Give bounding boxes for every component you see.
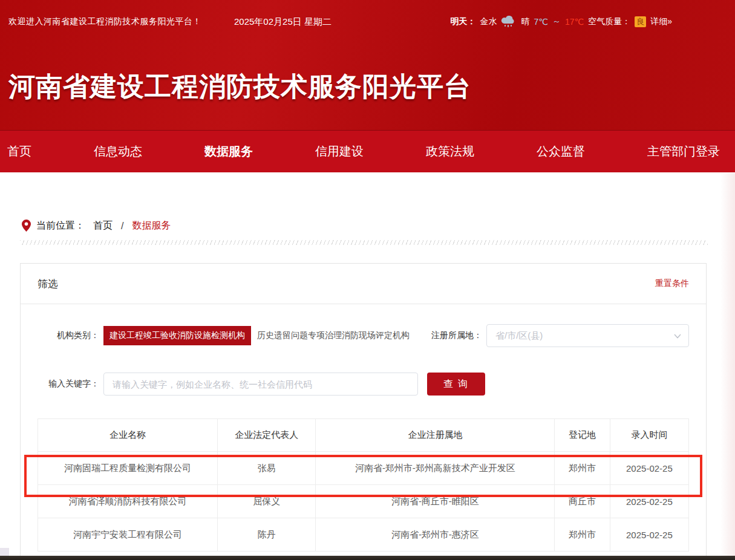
air-quality-badge: 良 (635, 16, 646, 27)
weather-detail-link[interactable]: 详细» (650, 16, 672, 27)
nav-item-credit[interactable]: 信用建设 (315, 143, 364, 160)
keyword-filter-row: 输入关键字： 查 询 (38, 373, 689, 396)
category-filter-row: 机构类别： 建设工程竣工验收消防设施检测机构 历史遗留问题专项治理消防现场评定机… (38, 324, 689, 347)
temp-high: 17℃ (565, 17, 584, 27)
nav-item-news[interactable]: 信息动态 (94, 143, 142, 160)
breadcrumb-separator: / (121, 221, 123, 232)
cell-registration-place: 郑州市 (555, 518, 610, 552)
keyword-label: 输入关键字： (38, 379, 99, 389)
cell-registered-region: 河南省-郑州市-惠济区 (316, 518, 555, 552)
search-button[interactable]: 查 询 (427, 373, 485, 396)
cell-entry-date: 2025-02-25 (610, 485, 688, 518)
weather-label: 明天： (450, 16, 475, 27)
nav-item-policy[interactable]: 政策法规 (426, 143, 474, 160)
weather-widget: 明天： 金水 晴 7℃ ～ 17℃ 空气质量： 良 详细» (450, 16, 672, 28)
welcome-text: 欢迎进入河南省建设工程消防技术服务阳光平台！ (8, 16, 201, 27)
table-row[interactable]: 河南固瑞工程质量检测有限公司 张易 河南省-郑州市-郑州高新技术产业开发区 郑州… (38, 452, 689, 485)
table-row[interactable]: 河南省泽顺消防科技有限公司 屈保义 河南省-商丘市-睢阳区 商丘市 2025-0… (38, 485, 689, 518)
breadcrumb: 当前位置： 首页 / 数据服务 (22, 220, 735, 232)
temp-separator: ～ (552, 16, 561, 27)
date-text: 2025年02月25日 星期二 (234, 16, 332, 28)
category-option-assessment-agency[interactable]: 历史遗留问题专项治理消防现场评定机构 (257, 330, 410, 341)
filter-panel: 筛选 重置条件 机构类别： 建设工程竣工验收消防设施检测机构 历史遗留问题专项治… (20, 263, 707, 560)
nav-item-admin-login[interactable]: 主管部门登录 (647, 143, 720, 160)
cell-entry-date: 2025-02-25 (610, 518, 688, 552)
region-filter-group: 注册所属地： 省/市/区(县) (420, 324, 689, 347)
cell-registration-place: 商丘市 (555, 485, 610, 518)
site-title: 河南省建设工程消防技术服务阳光平台 (8, 69, 471, 105)
cell-registration-place: 郑州市 (555, 452, 610, 485)
nav-item-supervision[interactable]: 公众监督 (537, 143, 585, 160)
table-row[interactable]: 河南宇宁安装工程有限公司 陈丹 河南省-郑州市-惠济区 郑州市 2025-02-… (38, 518, 689, 552)
page: 欢迎进入河南省建设工程消防技术服务阳光平台！ 2025年02月25日 星期二 明… (0, 0, 735, 560)
location-pin-icon (22, 220, 31, 232)
cell-registered-region: 河南省-郑州市-郑州高新技术产业开发区 (316, 452, 555, 485)
weather-condition: 晴 (521, 16, 529, 27)
filter-panel-body: 机构类别： 建设工程竣工验收消防设施检测机构 历史遗留问题专项治理消防现场评定机… (21, 304, 706, 560)
main-nav: 首页 信息动态 数据服务 信用建设 政策法规 公众监督 主管部门登录 (0, 130, 735, 172)
cell-legal-rep: 张易 (217, 452, 315, 485)
filter-panel-header: 筛选 重置条件 (21, 264, 706, 304)
top-bar: 欢迎进入河南省建设工程消防技术服务阳光平台！ 2025年02月25日 星期二 明… (0, 0, 735, 44)
keyword-input[interactable] (103, 373, 418, 396)
slash-divider (20, 240, 708, 245)
cell-company: 河南固瑞工程质量检测有限公司 (38, 452, 218, 485)
column-header-registered-region: 企业注册属地 (316, 419, 555, 452)
breadcrumb-current: 数据服务 (132, 220, 171, 232)
cell-company: 河南宇宁安装工程有限公司 (38, 518, 218, 552)
region-select[interactable]: 省/市/区(县) (486, 324, 689, 347)
results-table: 企业名称 企业法定代表人 企业注册属地 登记地 录入时间 河南固瑞工程质量检测有… (38, 418, 689, 552)
temp-low: 7℃ (534, 17, 548, 27)
air-quality-label: 空气质量： (588, 16, 630, 27)
category-label: 机构类别： (38, 330, 99, 341)
column-header-company: 企业名称 (38, 419, 218, 452)
breadcrumb-label: 当前位置： (36, 220, 85, 232)
cell-registered-region: 河南省-商丘市-睢阳区 (316, 485, 555, 518)
weather-cloud-icon (501, 16, 517, 28)
chevron-down-icon (674, 334, 681, 339)
region-select-placeholder: 省/市/区(县) (495, 330, 543, 342)
site-header: 欢迎进入河南省建设工程消防技术服务阳光平台！ 2025年02月25日 星期二 明… (0, 0, 735, 130)
nav-item-home[interactable]: 首页 (7, 143, 31, 160)
filter-title: 筛选 (38, 277, 58, 291)
column-header-registration-place: 登记地 (555, 419, 610, 452)
weather-district: 金水 (480, 16, 497, 27)
bottom-edge-bar[interactable] (0, 556, 735, 560)
column-header-legal-rep: 企业法定代表人 (217, 419, 315, 452)
cell-company: 河南省泽顺消防科技有限公司 (38, 485, 218, 518)
reset-filters-link[interactable]: 重置条件 (655, 278, 689, 289)
nav-item-data-service[interactable]: 数据服务 (204, 143, 253, 160)
column-header-entry-date: 录入时间 (610, 419, 688, 452)
main-content: 当前位置： 首页 / 数据服务 筛选 重置条件 机构类别： 建设工程竣工验收消防… (0, 220, 735, 560)
cell-legal-rep: 屈保义 (217, 485, 315, 518)
table-header-row: 企业名称 企业法定代表人 企业注册属地 登记地 录入时间 (38, 419, 689, 452)
cell-entry-date: 2025-02-25 (610, 452, 688, 485)
cell-legal-rep: 陈丹 (217, 518, 315, 552)
page-corner-artifact (0, 548, 9, 556)
category-option-detection-agency[interactable]: 建设工程竣工验收消防设施检测机构 (103, 326, 251, 345)
region-label: 注册所属地： (420, 330, 482, 341)
breadcrumb-home-link[interactable]: 首页 (93, 220, 113, 232)
